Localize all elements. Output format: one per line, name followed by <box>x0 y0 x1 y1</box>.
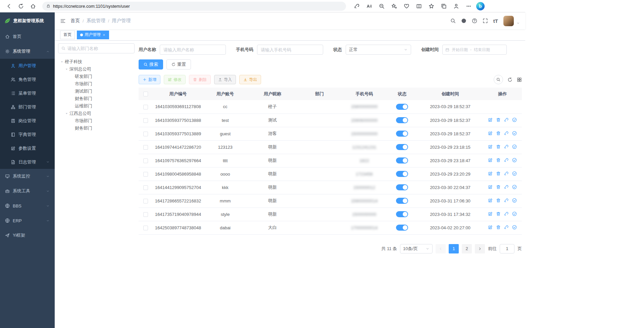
reset-password-icon[interactable] <box>504 225 509 230</box>
status-toggle[interactable] <box>396 144 408 150</box>
date-range-picker[interactable]: 开始日期 - 结束日期 <box>442 45 507 55</box>
sidebar-item-menu-management[interactable]: 菜单管理 <box>0 86 55 100</box>
delete-row-icon[interactable] <box>496 185 501 189</box>
assign-role-icon[interactable] <box>512 198 517 203</box>
tree-node[interactable]: 深圳总公司 <box>58 65 135 73</box>
github-icon[interactable] <box>461 18 466 24</box>
edit-row-icon[interactable] <box>488 212 493 216</box>
close-tab-icon[interactable] <box>102 33 106 37</box>
tab-home[interactable]: 首页 <box>60 31 75 39</box>
sidebar-item-role-management[interactable]: 角色管理 <box>0 73 55 86</box>
tree-expand-icon[interactable] <box>65 67 68 71</box>
delete-button[interactable]: 删除 <box>189 75 211 84</box>
tree-node[interactable]: 橙子科技 <box>58 58 135 65</box>
assign-role-icon[interactable] <box>512 144 517 149</box>
reset-password-icon[interactable] <box>504 158 509 162</box>
sidebar-item-system-tools[interactable]: 系统工具 <box>0 184 55 198</box>
assign-role-icon[interactable] <box>512 171 517 176</box>
address-bar[interactable]: https://ccnetcore.com:1101/system/user <box>42 2 346 11</box>
tree-node[interactable]: 财务部门 <box>58 125 135 132</box>
sidebar-toggle-icon[interactable] <box>60 18 66 24</box>
assign-role-icon[interactable] <box>512 225 517 230</box>
phone-input[interactable] <box>257 45 323 55</box>
more-icon[interactable] <box>464 1 473 11</box>
browser-essentials-icon[interactable] <box>402 1 411 11</box>
tree-node[interactable]: 江西总公司 <box>58 110 135 117</box>
tree-node[interactable]: 财务部门 <box>58 95 135 102</box>
row-checkbox[interactable] <box>143 212 148 217</box>
assign-role-icon[interactable] <box>512 118 517 122</box>
edit-row-icon[interactable] <box>488 131 493 136</box>
status-toggle[interactable] <box>396 157 408 163</box>
back-icon[interactable] <box>3 1 14 11</box>
tree-node[interactable]: 测试部门 <box>58 88 135 95</box>
key-icon[interactable] <box>352 1 361 11</box>
edit-row-icon[interactable] <box>488 198 493 203</box>
status-select[interactable]: 正常 <box>346 45 411 55</box>
reset-password-icon[interactable] <box>504 212 509 216</box>
status-toggle[interactable] <box>396 211 408 217</box>
status-toggle[interactable] <box>396 171 408 177</box>
reset-password-icon[interactable] <box>504 131 509 136</box>
sidebar-item-log-management[interactable]: 日志管理 <box>0 155 55 169</box>
select-all-checkbox[interactable] <box>143 92 148 96</box>
search-button[interactable]: 搜索 <box>139 59 163 69</box>
row-checkbox[interactable] <box>143 172 148 177</box>
tree-node[interactable]: 市场部门 <box>58 80 135 88</box>
sidebar-item-dict-management[interactable]: 字典管理 <box>0 128 55 141</box>
tree-expand-icon[interactable] <box>65 112 68 115</box>
sidebar-item-user-management[interactable]: 用户管理 <box>0 59 55 73</box>
sidebar-item-yi-framework[interactable]: Yi框架 <box>0 228 55 243</box>
row-checkbox[interactable] <box>143 105 148 109</box>
delete-row-icon[interactable] <box>496 158 501 162</box>
delete-row-icon[interactable] <box>496 118 501 122</box>
row-checkbox[interactable] <box>143 199 148 203</box>
status-toggle[interactable] <box>396 117 408 123</box>
browser-home-icon[interactable] <box>28 1 38 11</box>
page-size-select[interactable]: 10条/页 <box>400 244 433 253</box>
tree-node[interactable]: 运维部门 <box>58 102 135 110</box>
tree-expand-icon[interactable] <box>60 60 64 64</box>
status-toggle[interactable] <box>396 198 408 204</box>
delete-row-icon[interactable] <box>496 144 501 149</box>
export-button[interactable]: 导出 <box>239 75 261 84</box>
sidebar-item-system-management[interactable]: 系统管理 <box>0 44 55 59</box>
page-button-2[interactable]: 2 <box>462 244 472 253</box>
favorites-icon[interactable] <box>427 1 436 11</box>
row-checkbox[interactable] <box>143 185 148 190</box>
assign-role-icon[interactable] <box>512 158 517 162</box>
dept-search-input[interactable] <box>67 46 131 51</box>
import-button[interactable]: 导入 <box>214 75 236 84</box>
username-input[interactable] <box>160 45 226 55</box>
edit-row-icon[interactable] <box>488 171 493 176</box>
next-page-button[interactable] <box>475 244 485 253</box>
breadcrumb-item-home[interactable]: 首页 <box>70 18 80 24</box>
columns-toggle-icon[interactable] <box>517 77 522 82</box>
reset-button[interactable]: 重置 <box>166 59 191 69</box>
favorites-add-icon[interactable] <box>389 1 399 11</box>
row-checkbox[interactable] <box>143 158 148 163</box>
read-aloud-icon[interactable] <box>364 1 374 11</box>
reset-password-icon[interactable] <box>504 144 509 149</box>
reset-password-icon[interactable] <box>504 185 509 189</box>
delete-row-icon[interactable] <box>496 225 501 230</box>
row-checkbox[interactable] <box>143 226 148 230</box>
prev-page-button[interactable] <box>436 244 446 253</box>
edit-row-icon[interactable] <box>488 144 493 149</box>
status-toggle[interactable] <box>396 225 408 231</box>
tree-node[interactable]: 研发部门 <box>58 73 135 80</box>
delete-row-icon[interactable] <box>496 198 501 203</box>
edit-row-icon[interactable] <box>488 158 493 162</box>
delete-row-icon[interactable] <box>496 171 501 176</box>
delete-row-icon[interactable] <box>496 131 501 136</box>
bing-icon[interactable] <box>476 2 485 10</box>
sidebar-item-dept-management[interactable]: 部门管理 <box>0 100 55 114</box>
split-screen-icon[interactable] <box>414 1 424 11</box>
delete-row-icon[interactable] <box>496 212 501 216</box>
status-toggle[interactable] <box>396 131 408 137</box>
reset-password-icon[interactable] <box>504 118 509 122</box>
breadcrumb-item-system[interactable]: 系统管理 <box>87 18 105 24</box>
search-icon[interactable] <box>450 18 456 24</box>
profile-icon[interactable] <box>451 1 461 11</box>
page-jump-input[interactable] <box>500 244 514 253</box>
